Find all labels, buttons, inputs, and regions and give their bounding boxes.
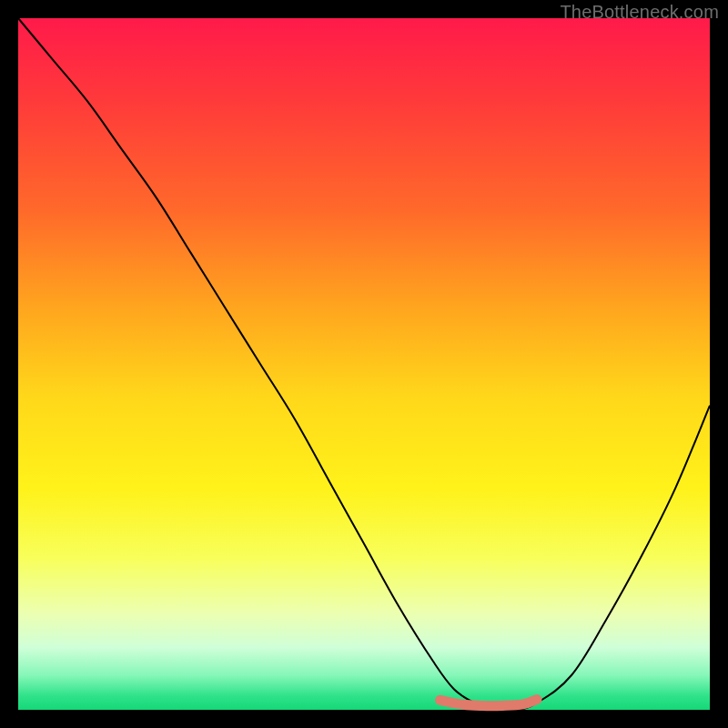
plot-background bbox=[18, 18, 710, 710]
bottleneck-curve bbox=[18, 18, 710, 711]
optimal-band bbox=[440, 700, 537, 706]
chart-svg bbox=[18, 18, 710, 710]
chart-stage: TheBottleneck.com bbox=[0, 0, 728, 728]
